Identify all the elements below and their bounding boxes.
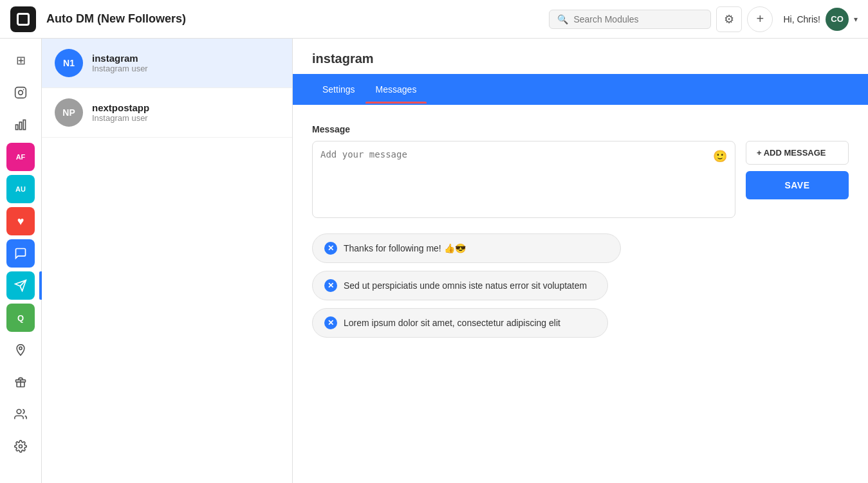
chevron-down-icon: ▾ xyxy=(854,15,858,24)
main-header: instagram xyxy=(293,39,868,74)
svg-rect-3 xyxy=(16,125,18,130)
message-input-row: 🙂 + ADD MESSAGE SAVE xyxy=(312,141,849,218)
page-title: Auto DM (New Followers) xyxy=(46,12,549,26)
message-textarea[interactable] xyxy=(320,149,713,211)
account-avatar-instagram: N1 xyxy=(55,49,83,77)
sidebar-item-au[interactable]: AU xyxy=(6,175,35,203)
chip-close-2[interactable]: ✕ xyxy=(324,279,337,292)
chip-text-2: Sed ut perspiciatis unde omnis iste natu… xyxy=(344,280,587,291)
account-type-nextpostapp: Instagram user xyxy=(92,113,149,123)
account-info-nextpostapp: nextpostapp Instagram user xyxy=(92,102,149,123)
message-chip-1[interactable]: ✕ Thanks for following me! 👍😎 xyxy=(312,233,621,263)
account-list: N1 instagram Instagram user NP nextposta… xyxy=(42,39,293,483)
account-item-instagram[interactable]: N1 instagram Instagram user xyxy=(42,39,292,88)
sidebar-item-pin[interactable] xyxy=(6,336,35,364)
svg-rect-5 xyxy=(23,120,25,130)
account-panel-title: instagram xyxy=(312,51,849,66)
svg-rect-0 xyxy=(15,87,26,98)
sidebar: ⊞ AF AU ♥ Q xyxy=(0,39,42,483)
svg-point-11 xyxy=(17,410,21,414)
message-chip-2[interactable]: ✕ Sed ut perspiciatis unde omnis iste na… xyxy=(312,271,608,300)
sidebar-item-settings[interactable] xyxy=(6,432,35,460)
user-greeting: Hi, Chris! xyxy=(783,14,820,24)
add-message-button[interactable]: + ADD MESSAGE xyxy=(746,141,849,165)
tab-messages[interactable]: Messages xyxy=(365,75,427,104)
message-textarea-wrap[interactable]: 🙂 xyxy=(312,141,735,218)
active-indicator xyxy=(39,271,42,300)
app-body: ⊞ AF AU ♥ Q N1 xyxy=(0,39,868,483)
chip-text-3: Lorem ipsum dolor sit amet, consectetur … xyxy=(344,318,560,328)
sidebar-item-chart[interactable] xyxy=(6,111,35,139)
tab-settings[interactable]: Settings xyxy=(312,75,365,104)
sidebar-item-af[interactable]: AF xyxy=(6,143,35,171)
sidebar-item-instagram[interactable] xyxy=(6,78,35,107)
sidebar-item-people[interactable] xyxy=(6,400,35,428)
save-button[interactable]: SAVE xyxy=(746,171,849,199)
account-item-nextpostapp[interactable]: NP nextpostapp Instagram user xyxy=(42,88,292,138)
sidebar-item-heart[interactable]: ♥ xyxy=(6,207,35,235)
user-menu[interactable]: Hi, Chris! CO ▾ xyxy=(783,8,858,31)
sidebar-item-grid[interactable]: ⊞ xyxy=(6,46,35,75)
account-type-instagram: Instagram user xyxy=(92,64,148,73)
main-panel: instagram Settings Messages Message 🙂 + … xyxy=(293,39,868,483)
add-button[interactable]: + xyxy=(747,6,773,32)
chip-close-3[interactable]: ✕ xyxy=(324,316,337,329)
message-chip-3[interactable]: ✕ Lorem ipsum dolor sit amet, consectetu… xyxy=(312,308,608,338)
sidebar-item-gift[interactable] xyxy=(6,368,35,396)
svg-point-12 xyxy=(19,445,23,448)
message-label: Message xyxy=(312,124,849,134)
chip-close-1[interactable]: ✕ xyxy=(324,242,337,255)
settings-button[interactable]: ⚙ xyxy=(716,6,742,32)
account-name-nextpostapp: nextpostapp xyxy=(92,102,149,113)
message-actions: + ADD MESSAGE SAVE xyxy=(746,141,849,218)
svg-point-8 xyxy=(19,347,22,349)
sidebar-item-send[interactable] xyxy=(6,271,35,300)
search-input[interactable] xyxy=(573,14,702,24)
app-header: Auto DM (New Followers) 🔍 ⚙ + Hi, Chris!… xyxy=(0,0,868,39)
chip-text-1: Thanks for following me! 👍😎 xyxy=(344,243,466,253)
user-avatar: CO xyxy=(826,8,849,31)
svg-point-1 xyxy=(19,91,23,95)
search-bar[interactable]: 🔍 xyxy=(549,10,711,29)
svg-point-2 xyxy=(23,89,24,91)
emoji-button[interactable]: 🙂 xyxy=(713,149,727,163)
svg-rect-4 xyxy=(19,122,21,130)
search-icon: 🔍 xyxy=(557,14,568,24)
account-avatar-nextpostapp: NP xyxy=(55,98,83,127)
account-name-instagram: instagram xyxy=(92,53,148,64)
main-content: Message 🙂 + ADD MESSAGE SAVE ✕ Thanks fo… xyxy=(293,105,868,483)
sidebar-item-q[interactable]: Q xyxy=(6,304,35,332)
tabs-bar: Settings Messages xyxy=(293,74,868,105)
sidebar-item-chat[interactable] xyxy=(6,239,35,268)
account-info-instagram: instagram Instagram user xyxy=(92,53,148,73)
logo-icon xyxy=(17,13,30,26)
app-logo xyxy=(10,6,36,32)
